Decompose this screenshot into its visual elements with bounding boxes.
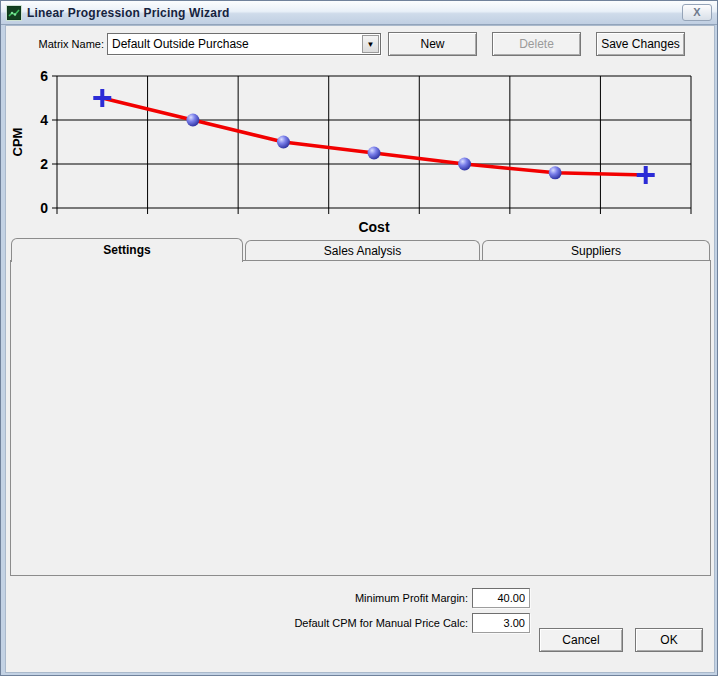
tab-suppliers[interactable]: Suppliers <box>482 240 710 261</box>
dialog-client-area: Matrix Name: Default Outside Purchase ▼ … <box>5 25 715 673</box>
save-changes-button[interactable]: Save Changes <box>596 32 685 56</box>
matrix-name-value: Default Outside Purchase <box>112 37 249 51</box>
window-title: Linear Progression Pricing Wizard <box>27 6 230 20</box>
close-icon: X <box>693 6 700 18</box>
pricing-wizard-window: Linear Progression Pricing Wizard X Matr… <box>0 0 718 676</box>
chevron-down-icon: ▼ <box>367 40 375 49</box>
delete-button[interactable]: Delete <box>492 32 581 56</box>
min-profit-margin-input[interactable] <box>472 588 530 608</box>
cpm-cost-chart: 0246CostCPM <box>6 54 714 238</box>
matrix-name-combobox[interactable]: Default Outside Purchase ▼ <box>107 33 381 55</box>
svg-text:6: 6 <box>40 68 48 84</box>
matrix-name-dropdown-button[interactable]: ▼ <box>362 35 379 53</box>
ok-button[interactable]: OK <box>635 628 703 652</box>
settings-tab-page <box>10 260 711 576</box>
default-cpm-label: Default CPM for Manual Price Calc: <box>218 617 468 629</box>
default-cpm-input[interactable] <box>472 613 530 633</box>
cancel-button[interactable]: Cancel <box>539 628 623 652</box>
svg-text:CPM: CPM <box>10 128 25 157</box>
new-button[interactable]: New <box>388 32 477 56</box>
close-button[interactable]: X <box>682 4 712 21</box>
svg-text:4: 4 <box>40 112 48 128</box>
app-icon <box>6 5 22 21</box>
svg-text:0: 0 <box>40 200 48 216</box>
min-profit-margin-label: Minimum Profit Margin: <box>218 592 468 604</box>
svg-text:Cost: Cost <box>358 219 389 235</box>
title-bar: Linear Progression Pricing Wizard X <box>1 1 717 25</box>
tab-sales-analysis[interactable]: Sales Analysis <box>245 240 480 261</box>
svg-text:2: 2 <box>40 156 48 172</box>
matrix-name-label: Matrix Name: <box>24 38 104 50</box>
tab-settings[interactable]: Settings <box>11 238 243 262</box>
